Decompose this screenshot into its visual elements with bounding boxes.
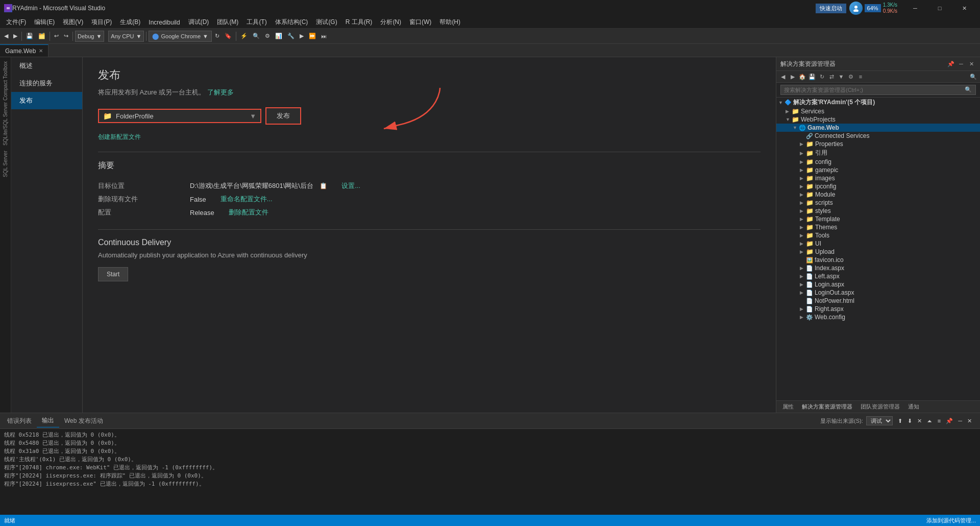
- se-refresh-btn[interactable]: ↻: [817, 72, 826, 81]
- tree-toggle-icon[interactable]: ▶: [800, 249, 806, 254]
- menu-team[interactable]: 团队(M): [213, 17, 242, 28]
- output-btn-1[interactable]: ⬆: [896, 415, 904, 426]
- tree-item-scripts[interactable]: ▶📁scripts: [776, 199, 980, 207]
- nav-publish[interactable]: 发布: [11, 92, 82, 109]
- output-source-select[interactable]: 调试: [866, 416, 893, 425]
- tree-item-loginout-aspx[interactable]: ▶📄LoginOut.aspx: [776, 289, 980, 297]
- output-btn-5[interactable]: ≡: [936, 415, 943, 426]
- output-btn-2[interactable]: ⬇: [905, 415, 914, 426]
- se-home-btn[interactable]: 🏠: [798, 72, 807, 81]
- menu-test[interactable]: 测试(G): [312, 17, 341, 28]
- back-button[interactable]: ◀: [2, 31, 10, 42]
- toolbar-btn-4[interactable]: 📊: [273, 31, 284, 42]
- team-explorer-tab[interactable]: 团队资源管理器: [859, 402, 902, 412]
- se-extra-btn[interactable]: ≡: [856, 72, 865, 81]
- tab-game-web[interactable]: Game.Web ✕: [0, 44, 48, 57]
- se-back-btn[interactable]: ◀: [778, 72, 788, 81]
- tree-item-tools[interactable]: ▶📁Tools: [776, 231, 980, 240]
- tree-toggle-icon[interactable]: ▶: [800, 233, 806, 238]
- tree-item---[interactable]: ▶📁引用: [776, 148, 980, 158]
- se-save-btn[interactable]: 💾: [807, 72, 817, 81]
- copy-icon[interactable]: 📋: [320, 182, 327, 189]
- tree-toggle-icon[interactable]: ▼: [778, 100, 785, 105]
- minimize-button[interactable]: ─: [903, 0, 927, 16]
- toolbar-btn-1[interactable]: ⚡: [238, 31, 250, 42]
- se-filter-btn[interactable]: ▼: [837, 72, 846, 81]
- se-close-button[interactable]: ✕: [967, 59, 976, 68]
- bookmark-button[interactable]: 🔖: [223, 31, 234, 42]
- toolbar-btn-3[interactable]: ⚙: [263, 31, 272, 42]
- menu-project[interactable]: 项目(P): [87, 17, 116, 28]
- se-sync-btn[interactable]: ⇄: [827, 72, 836, 81]
- tree-item-web-config[interactable]: ▶⚙️Web.config: [776, 313, 980, 321]
- tree-toggle-icon[interactable]: ▶: [800, 306, 806, 312]
- tree-toggle-icon[interactable]: ▶: [800, 176, 806, 181]
- tree-item-game-web[interactable]: ▼🌐Game.Web: [776, 124, 980, 132]
- output-tab[interactable]: 输出: [37, 414, 59, 427]
- tree-toggle-icon[interactable]: ▶: [800, 168, 806, 173]
- se-minimize-button[interactable]: ─: [957, 59, 966, 68]
- tree-toggle-icon[interactable]: ▶: [800, 217, 806, 222]
- quick-launch-btn[interactable]: 快速启动: [816, 4, 846, 13]
- output-pin-btn[interactable]: 📌: [944, 415, 955, 426]
- create-config-link[interactable]: 创建新配置文件: [98, 133, 761, 141]
- se-search-btn[interactable]: 🔍: [969, 72, 978, 81]
- properties-tab[interactable]: 属性: [780, 402, 796, 412]
- tree-item-styles[interactable]: ▶📁styles: [776, 207, 980, 215]
- se-pin-button[interactable]: 📌: [946, 59, 955, 68]
- tree-item-ipconfig[interactable]: ▶📁ipconfig: [776, 182, 980, 190]
- menu-analyze[interactable]: 分析(N): [376, 17, 405, 28]
- tree-toggle-icon[interactable]: ▶: [800, 200, 806, 205]
- menu-incredibuild[interactable]: Incredibuild: [144, 18, 184, 27]
- save-all-button[interactable]: 🗂️: [36, 31, 47, 42]
- sidebar-sqlite[interactable]: SQLite/SQL Server Compact Toolbox: [2, 59, 9, 148]
- tree-toggle-icon[interactable]: ▶: [800, 282, 806, 287]
- tree-item-notpower-html[interactable]: 📄NotPower.html: [776, 297, 980, 305]
- menu-tools[interactable]: 工具(T): [242, 17, 271, 28]
- tree-item-upload[interactable]: ▶📁Upload: [776, 248, 980, 256]
- tab-close-btn[interactable]: ✕: [39, 48, 43, 54]
- sidebar-sql-server[interactable]: SQL Server: [2, 149, 9, 179]
- toolbar-btn-7[interactable]: ⏩: [307, 31, 318, 42]
- toolbar-btn-8[interactable]: ⏭: [319, 31, 329, 42]
- tree-toggle-icon[interactable]: ▶: [800, 151, 806, 156]
- se-forward-btn[interactable]: ▶: [788, 72, 797, 81]
- tree-item-config[interactable]: ▶📁config: [776, 158, 980, 166]
- se-search-input[interactable]: [780, 85, 976, 95]
- tree-item------ryadmin--5-----[interactable]: ▼🔷解决方案'RYAdmin'(5 个项目): [776, 98, 980, 107]
- nav-overview[interactable]: 概述: [11, 57, 82, 75]
- menu-view[interactable]: 视图(V): [59, 17, 87, 28]
- tree-item-properties[interactable]: ▶📁Properties: [776, 140, 980, 148]
- redo-button[interactable]: ↪: [62, 31, 70, 42]
- tree-toggle-icon[interactable]: ▶: [800, 290, 806, 295]
- solution-explorer-tab[interactable]: 解决方案资源管理器: [800, 402, 854, 412]
- tree-toggle-icon[interactable]: ▶: [800, 241, 806, 246]
- tree-toggle-icon[interactable]: ▼: [786, 117, 792, 122]
- tree-item-themes[interactable]: ▶📁Themes: [776, 223, 980, 231]
- tree-item-gamepic[interactable]: ▶📁gamepic: [776, 166, 980, 174]
- menu-debug[interactable]: 调试(D): [184, 17, 213, 28]
- tree-toggle-icon[interactable]: ▼: [793, 125, 799, 130]
- tree-toggle-icon[interactable]: ▶: [800, 266, 806, 271]
- maximize-button[interactable]: □: [928, 0, 951, 16]
- publish-button[interactable]: 发布: [265, 107, 301, 125]
- menu-file[interactable]: 文件(F): [2, 17, 30, 28]
- tree-item-template[interactable]: ▶📁Template: [776, 215, 980, 223]
- tree-item-login-aspx[interactable]: ▶📄Login.aspx: [776, 280, 980, 289]
- output-btn-4[interactable]: ⏶: [925, 415, 935, 426]
- tree-item-index-aspx[interactable]: ▶📄Index.aspx: [776, 264, 980, 272]
- platform-dropdown[interactable]: Any CPU ▼: [108, 31, 144, 42]
- forward-button[interactable]: ▶: [11, 31, 19, 42]
- browser-dropdown[interactable]: ⬤ Google Chrome ▼: [149, 31, 212, 42]
- toolbar-btn-2[interactable]: 🔍: [251, 31, 262, 42]
- source-control-label[interactable]: 添加到源代码管理...: [926, 517, 976, 524]
- tree-toggle-icon[interactable]: ▶: [800, 192, 806, 197]
- menu-edit[interactable]: 编辑(E): [30, 17, 59, 28]
- tree-item-connected-services[interactable]: 🔗Connected Services: [776, 132, 980, 140]
- profile-dropdown[interactable]: 📁 FolderProfile ▼: [98, 109, 261, 123]
- tree-item-favicon-ico[interactable]: 🖼️favicon.ico: [776, 256, 980, 264]
- tree-toggle-icon[interactable]: ▶: [800, 315, 806, 320]
- tree-toggle-icon[interactable]: ▶: [800, 225, 806, 230]
- tree-toggle-icon[interactable]: ▶: [800, 159, 806, 164]
- rename-link[interactable]: 重命名配置文件...: [220, 195, 273, 204]
